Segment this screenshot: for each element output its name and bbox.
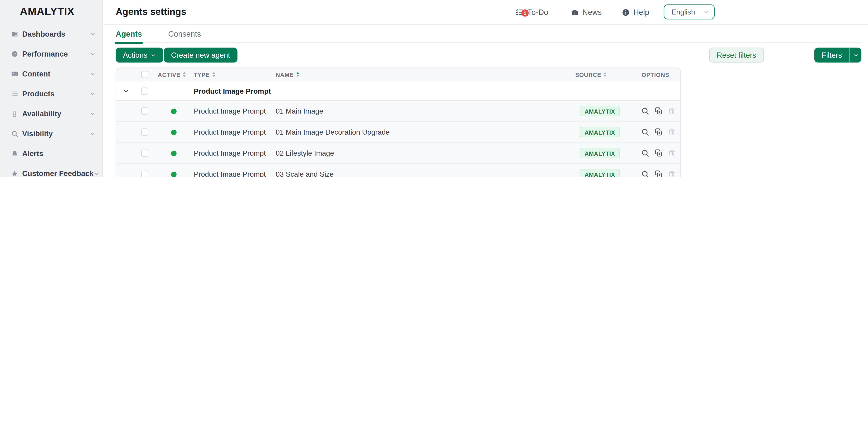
- sort-icon: [183, 72, 186, 77]
- copy-icon: [654, 107, 662, 115]
- sidebar-item-label: Content: [22, 69, 90, 78]
- group-checkbox[interactable]: [141, 87, 148, 95]
- sidebar-item-dashboards[interactable]: Dashboards: [0, 24, 102, 44]
- chevron-down-icon: [90, 70, 96, 77]
- sidebar-item-availability[interactable]: Availability: [0, 103, 102, 124]
- table-row: Product Image Prompt03 Scale and SizeAMA…: [116, 164, 680, 177]
- agent-type-cell: Product Image Prompt: [194, 170, 276, 177]
- trash-icon: [668, 170, 676, 177]
- column-header-name[interactable]: NAME: [276, 71, 575, 78]
- agent-type-cell: Product Image Prompt: [194, 128, 276, 136]
- column-header-source[interactable]: SOURCE: [575, 71, 636, 78]
- sidebar-item-performance[interactable]: Performance: [0, 44, 102, 64]
- sort-down-arrow: [603, 75, 607, 77]
- column-header-active[interactable]: ACTIVE: [154, 71, 194, 78]
- chevron-down-icon: [853, 52, 858, 58]
- reset-label: Reset filters: [717, 51, 756, 59]
- news-link[interactable]: News: [571, 0, 602, 25]
- chevron-down-icon: [704, 9, 709, 14]
- id-card-icon: [11, 70, 18, 78]
- table-body: Product Image PromptProduct Image Prompt…: [116, 82, 680, 177]
- column-header-label: ACTIVE: [158, 71, 181, 78]
- sidebar-item-label: Availability: [22, 109, 90, 118]
- sidebar-item-visibility[interactable]: Visibility: [0, 124, 102, 144]
- view-agent-button[interactable]: [641, 149, 649, 157]
- duplicate-agent-button[interactable]: [654, 107, 662, 115]
- active-status-dot: [171, 129, 177, 135]
- tab-agents[interactable]: Agents: [116, 29, 142, 43]
- sort-up-arrow: [296, 72, 299, 74]
- search-icon: [641, 170, 649, 177]
- sidebar-item-label: Dashboards: [22, 30, 90, 38]
- sort-icon: [296, 72, 299, 77]
- sort-down-arrow: [183, 75, 186, 77]
- actions-label: Actions: [123, 51, 147, 59]
- sidebar-item-customer-feedback[interactable]: Customer Feedback: [0, 163, 102, 177]
- row-checkbox[interactable]: [141, 128, 148, 136]
- trash-icon: [668, 107, 676, 115]
- language-value: English: [672, 8, 704, 16]
- table-row: Product Image Prompt02 Lifestyle ImageAM…: [116, 143, 680, 164]
- sidebar-item-label: Customer Feedback: [22, 169, 94, 177]
- todo-link[interactable]: 5 To-Do: [516, 0, 548, 25]
- agent-name-cell: 01 Main Image: [276, 107, 575, 115]
- sidebar-item-alerts[interactable]: Alerts: [0, 144, 102, 163]
- duplicate-agent-button[interactable]: [654, 170, 662, 177]
- active-status-dot: [171, 172, 177, 177]
- row-options: [636, 128, 680, 136]
- sort-up-arrow: [212, 72, 216, 74]
- active-status-dot: [171, 150, 177, 156]
- duplicate-agent-button[interactable]: [654, 149, 662, 157]
- sidebar-item-label: Performance: [22, 50, 90, 58]
- filters-split-button[interactable]: Filters: [814, 48, 861, 63]
- source-badge: AMALYTIX: [580, 148, 620, 159]
- sort-icon: [603, 72, 607, 77]
- actions-button[interactable]: Actions: [116, 48, 163, 63]
- source-badge: AMALYTIX: [580, 106, 620, 117]
- view-agent-button[interactable]: [641, 170, 649, 177]
- chevron-down-icon: [151, 52, 156, 58]
- view-agent-button[interactable]: [641, 107, 649, 115]
- select-all-checkbox[interactable]: [141, 71, 148, 78]
- topbar: Agents settings 5 To-Do News Help Englis…: [103, 0, 868, 25]
- app-logo[interactable]: AMALYTIX: [20, 5, 74, 18]
- server-icon: [11, 30, 18, 37]
- agent-type-cell: Product Image Prompt: [194, 107, 276, 115]
- delete-agent-button: [668, 170, 676, 177]
- sidebar-item-content[interactable]: Content: [0, 64, 102, 84]
- agents-table: ACTIVETYPENAMESOURCEOPTIONS Product Imag…: [116, 68, 681, 177]
- agent-name-cell: 03 Scale and Size: [276, 170, 575, 177]
- chevron-down-icon: [90, 111, 96, 117]
- sidebar-item-products[interactable]: Products: [0, 84, 102, 103]
- row-options: [636, 170, 680, 177]
- source-cell: AMALYTIX: [580, 169, 620, 177]
- trash-icon: [668, 128, 676, 136]
- thermometer-icon: [11, 110, 18, 117]
- column-header-label: NAME: [276, 71, 294, 78]
- row-checkbox[interactable]: [141, 171, 148, 177]
- agent-name-cell: 01 Main Image Decoration Upgrade: [276, 128, 575, 136]
- column-header-type[interactable]: TYPE: [194, 71, 276, 78]
- help-link[interactable]: Help: [622, 0, 649, 25]
- row-checkbox[interactable]: [141, 107, 148, 115]
- delete-agent-button: [668, 128, 676, 136]
- tab-consents[interactable]: Consents: [168, 29, 201, 43]
- row-checkbox[interactable]: [141, 150, 148, 157]
- copy-icon: [654, 170, 662, 177]
- view-agent-button[interactable]: [641, 128, 649, 136]
- filters-button[interactable]: Filters: [814, 48, 849, 63]
- filters-caret-button[interactable]: [850, 48, 861, 63]
- app-window: AMALYTIX DashboardsPerformanceContentPro…: [0, 0, 868, 177]
- language-select[interactable]: English: [664, 4, 715, 20]
- list-icon: [11, 90, 18, 97]
- create-new-agent-button[interactable]: Create new agent: [164, 48, 238, 63]
- chevron-down-icon: [90, 51, 96, 57]
- duplicate-agent-button[interactable]: [654, 128, 662, 136]
- main-area: Agents settings 5 To-Do News Help Englis…: [103, 0, 868, 177]
- sort-down-arrow: [212, 75, 216, 77]
- info-icon: [622, 8, 630, 16]
- group-header-row: Product Image Prompt: [116, 82, 680, 101]
- chevron-down-icon: [90, 31, 96, 37]
- reset-filters-button[interactable]: Reset filters: [709, 48, 764, 63]
- agent-name-cell: 02 Lifestyle Image: [276, 149, 575, 157]
